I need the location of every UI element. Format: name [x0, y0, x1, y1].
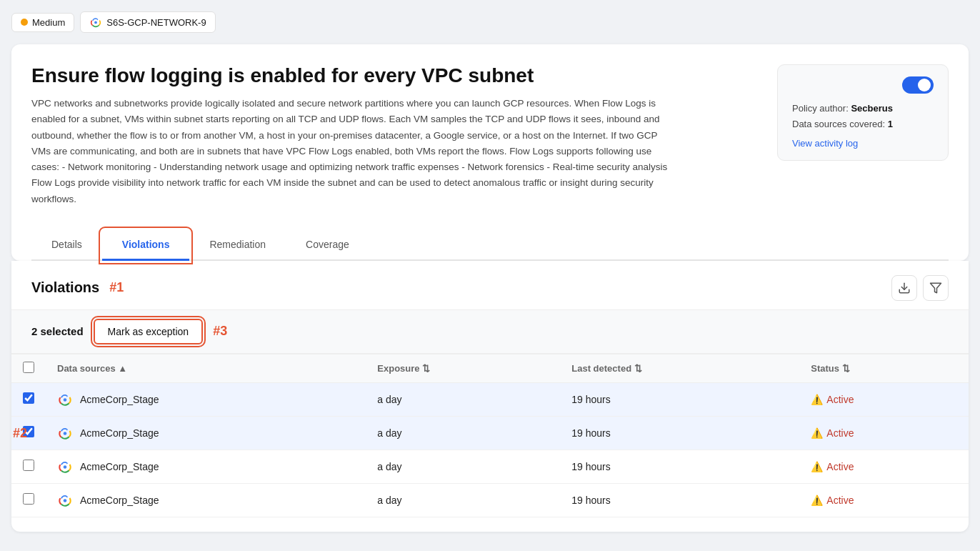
svg-point-5: [64, 465, 67, 469]
violations-table: Data sources ▲ Exposure ⇅ Last detected …: [11, 354, 969, 517]
row-4-last-detected: 19 hours: [560, 483, 799, 517]
tab-violations[interactable]: Violations: [102, 230, 190, 261]
filter-button[interactable]: [923, 275, 949, 301]
gcp-logo-icon: [89, 16, 102, 29]
tab-bar: Details Violations Remediation Coverage: [31, 230, 949, 261]
row-4-datasource-cell: AcmeCorp_Stage: [46, 483, 366, 517]
view-activity-log-link[interactable]: View activity log: [792, 138, 934, 149]
policy-author-value: Secberus: [851, 103, 893, 114]
row-3-checkbox-cell[interactable]: [11, 450, 46, 483]
row-2-exposure: a day: [366, 416, 560, 450]
col-status[interactable]: Status ⇅: [799, 354, 969, 382]
gcp-icon-row4: [57, 492, 73, 508]
col-datasources[interactable]: Data sources ▲: [46, 354, 366, 382]
page-title: Ensure flow logging is enabled for every…: [31, 64, 674, 87]
breadcrumb: Medium S6S-GCP-NETWORK-9: [11, 11, 969, 33]
row-1-checkbox-cell[interactable]: [11, 382, 46, 416]
row-4-datasource-name: AcmeCorp_Stage: [80, 495, 159, 506]
row-1-status-label: Active: [826, 394, 854, 405]
table-row: AcmeCorp_Stage a day 19 hours ⚠️ Active: [11, 382, 969, 416]
svg-point-4: [64, 432, 67, 435]
gcp-icon-row1: [57, 392, 73, 407]
col-exposure[interactable]: Exposure ⇅: [366, 354, 560, 382]
tab-remediation[interactable]: Remediation: [189, 230, 286, 261]
status-warning-icon-row1: ⚠️: [811, 394, 823, 405]
svg-marker-2: [931, 283, 941, 293]
annotation-2-marker: #2: [13, 426, 27, 441]
tab-details[interactable]: Details: [31, 230, 102, 261]
resource-badge[interactable]: S6S-GCP-NETWORK-9: [80, 11, 215, 33]
row-4-checkbox-cell[interactable]: [11, 483, 46, 517]
sort-icon-datasources: ▲: [118, 363, 127, 374]
gcp-icon-row3: [57, 459, 73, 475]
col-checkbox: [11, 354, 46, 382]
severity-dot: [21, 19, 28, 26]
severity-label: Medium: [32, 17, 65, 28]
row-4-status-label: Active: [826, 495, 854, 506]
sort-icon-last-detected: ⇅: [634, 363, 642, 374]
download-button[interactable]: [891, 275, 917, 301]
row-2-last-detected: 19 hours: [560, 416, 799, 450]
row-2-datasource-cell: AcmeCorp_Stage: [46, 416, 366, 450]
annotation-3: #3: [213, 324, 227, 339]
violations-table-body: AcmeCorp_Stage a day 19 hours ⚠️ Active: [11, 382, 969, 517]
row-3-datasource-cell: AcmeCorp_Stage: [46, 450, 366, 483]
row-1-datasource-name: AcmeCorp_Stage: [80, 394, 159, 405]
page-description: VPC networks and subnetworks provide log…: [31, 96, 674, 207]
row-1-checkbox[interactable]: [23, 392, 34, 404]
gcp-icon-row2: [57, 425, 73, 441]
policy-sources-value: 1: [888, 119, 893, 129]
filter-icon: [929, 282, 942, 294]
mark-exception-button[interactable]: Mark as exception: [94, 319, 204, 344]
row-2-status-label: Active: [826, 427, 854, 439]
violations-table-container: Data sources ▲ Exposure ⇅ Last detected …: [11, 354, 969, 532]
policy-card: Policy author: Secberus Data sources cov…: [777, 64, 949, 161]
row-4-status: ⚠️ Active: [799, 483, 969, 517]
policy-sources-row: Data sources covered: 1: [792, 116, 934, 132]
policy-author-label: Policy author:: [792, 103, 849, 114]
status-warning-icon-row3: ⚠️: [811, 461, 823, 472]
row-1-last-detected: 19 hours: [560, 382, 799, 416]
row-3-checkbox[interactable]: [23, 460, 34, 471]
row-3-last-detected: 19 hours: [560, 450, 799, 483]
row-1-datasource-cell: AcmeCorp_Stage: [46, 382, 366, 416]
download-icon: [898, 282, 911, 294]
svg-point-3: [64, 398, 67, 402]
row-3-status: ⚠️ Active: [799, 450, 969, 483]
violations-title: Violations: [31, 279, 99, 296]
sort-icon-status: ⇅: [842, 363, 850, 374]
selection-bar: 2 selected Mark as exception #3: [11, 309, 969, 354]
policy-author-row: Policy author: Secberus: [792, 101, 934, 116]
table-row: AcmeCorp_Stage a day 19 hours ⚠️ Active: [11, 416, 969, 450]
policy-toggle[interactable]: [902, 76, 934, 94]
main-card: Ensure flow logging is enabled for every…: [11, 44, 969, 261]
sort-icon-exposure: ⇅: [422, 363, 430, 374]
table-header-row: Data sources ▲ Exposure ⇅ Last detected …: [11, 354, 969, 382]
row-4-exposure: a day: [366, 483, 560, 517]
table-row: AcmeCorp_Stage a day 19 hours ⚠️ Active: [11, 483, 969, 517]
row-2-status: ⚠️ Active: [799, 416, 969, 450]
row-1-status: ⚠️ Active: [799, 382, 969, 416]
selected-count: 2 selected: [31, 325, 84, 337]
row-4-checkbox[interactable]: [23, 493, 34, 505]
resource-label: S6S-GCP-NETWORK-9: [106, 17, 206, 28]
violations-count: #1: [109, 280, 124, 295]
row-3-datasource-name: AcmeCorp_Stage: [80, 461, 159, 472]
row-1-exposure: a day: [366, 382, 560, 416]
svg-point-6: [64, 499, 67, 502]
policy-sources-label: Data sources covered:: [792, 119, 885, 129]
severity-badge[interactable]: Medium: [11, 13, 74, 32]
col-last-detected[interactable]: Last detected ⇅: [560, 354, 799, 382]
status-warning-icon-row2: ⚠️: [811, 427, 823, 439]
row-3-status-label: Active: [826, 461, 854, 472]
svg-point-0: [94, 21, 97, 24]
select-all-checkbox[interactable]: [23, 362, 34, 373]
tab-coverage[interactable]: Coverage: [286, 230, 369, 261]
row-2-datasource-name: AcmeCorp_Stage: [80, 427, 159, 439]
violations-section: Violations #1: [11, 261, 969, 532]
status-warning-icon-row4: ⚠️: [811, 495, 823, 506]
row-3-exposure: a day: [366, 450, 560, 483]
table-row: AcmeCorp_Stage a day 19 hours ⚠️ Active: [11, 450, 969, 483]
